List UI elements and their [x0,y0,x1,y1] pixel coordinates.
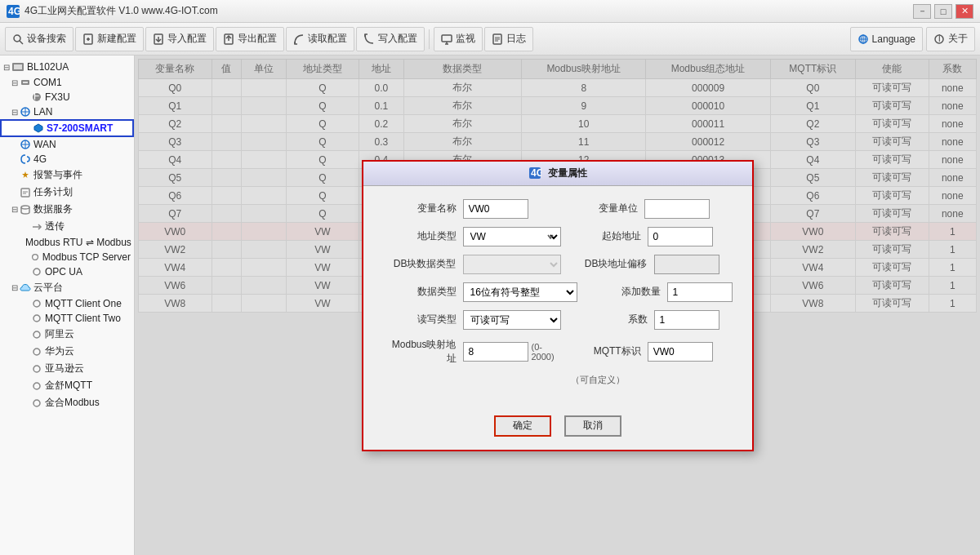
fx3u-icon: FX [31,91,42,103]
sidebar-item-cloud[interactable]: ⊟ 云平台 [0,279,134,296]
modbus-map-label: Modbus映射地址 [383,338,457,366]
tree-arrow: ⊟ [11,283,20,292]
export-config-label: 导出配置 [238,32,277,46]
sidebar-item-mqtt-one[interactable]: MQTT Client One [0,296,134,311]
sidebar-item-lan[interactable]: ⊟ LAN [0,104,134,119]
mqtt-input[interactable] [648,342,713,362]
sidebar-item-task[interactable]: 任务计划 [0,184,134,201]
maximize-button[interactable]: □ [934,4,952,19]
sidebar-label-com1: COM1 [33,77,62,88]
svg-point-29 [26,82,28,83]
form-row-modbus: Modbus映射地址 (0-2000) MQTT标识 [383,338,733,366]
lan-icon [20,106,31,118]
sidebar-item-4g[interactable]: 4G [0,152,134,166]
s7-icon [33,122,44,134]
sidebar-item-transparent[interactable]: 透传 [0,218,134,235]
form-row-varname: 变量名称 变量单位 [383,199,733,219]
sidebar-label-4g: 4G [33,153,47,165]
modbus-tcp-icon [30,251,40,263]
rwtype-label: 读写类型 [383,313,457,326]
mqtt-label: MQTT标识 [568,344,641,358]
svg-point-49 [33,331,40,338]
sidebar-label-cloud: 云平台 [33,281,63,295]
monitor-button[interactable]: 监视 [434,27,483,51]
sidebar-item-modbus-rtu-tcp[interactable]: Modbus RTU ⇌ Modbus TCP [0,235,134,250]
sidebar-item-modbus-tcp-server[interactable]: Modbus TCP Server [0,250,134,264]
modbus-map-input[interactable] [463,342,528,362]
form-col-datatype: 数据类型 16位有符号整型 布尔 32位整型 浮点型 [383,282,577,302]
sidebar-item-wan[interactable]: WAN [0,137,134,152]
report-icon [20,170,31,181]
log-button[interactable]: 日志 [484,27,533,51]
dbaddroffset-input[interactable] [654,255,719,274]
search-button[interactable]: 设备搜索 [5,27,74,51]
minimize-button[interactable]: － [913,4,931,19]
sidebar-item-report[interactable]: 报警与事件 [0,166,134,184]
dbdatatype-select[interactable] [463,255,561,274]
import-config-button[interactable]: 导入配置 [145,27,214,51]
about-label: 关于 [948,32,968,46]
svg-text:4G: 4G [531,167,541,179]
datatype-select[interactable]: 16位有符号整型 布尔 32位整型 浮点型 [463,282,577,302]
sidebar-label-jinhe: 金合Modbus [45,396,100,410]
sidebar-item-com1[interactable]: ⊟ COM1 [0,75,134,90]
sidebar-item-aliyun[interactable]: 阿里云 [0,326,134,343]
startaddr-input[interactable] [648,227,713,246]
confirm-button[interactable]: 确定 [494,415,551,437]
rwtype-select[interactable]: 可读可写 只读 只写 [463,310,561,330]
export-config-button[interactable]: 导出配置 [216,27,284,51]
wan-icon [20,139,31,150]
close-button[interactable]: ✕ [956,4,973,19]
sidebar-label-task: 任务计划 [33,185,73,199]
sidebar-label-aliyun: 阿里云 [45,327,74,341]
titlebar-left: 4G 4G工业网关配置软件 V1.0 www.4G-IOT.com [7,4,218,18]
svg-point-2 [14,35,20,42]
cloud-icon [20,282,31,294]
import-icon [153,33,164,45]
svg-point-42 [21,206,29,209]
sidebar-item-huawei[interactable]: 华为云 [0,343,134,360]
svg-point-47 [33,300,40,307]
modal-icon: 4G [528,166,541,180]
varname-label: 变量名称 [383,202,457,215]
addcount-input[interactable] [667,282,733,302]
mqtt-one-icon [31,298,42,309]
coeff-input[interactable] [654,310,719,330]
app-icon: 4G [7,4,20,18]
startaddr-label: 起始地址 [568,229,641,243]
form-row-datatype: 数据类型 16位有符号整型 布尔 32位整型 浮点型 添加数量 [383,282,733,302]
svg-point-50 [33,349,40,355]
write-icon [363,33,375,45]
sidebar-item-s7-200smart[interactable]: S7-200SMART [0,119,134,137]
sidebar-item-opc-ua[interactable]: OPC UA [0,264,134,279]
form-col-varname: 变量名称 [383,199,551,219]
tree-arrow: ⊟ [11,78,20,87]
varunit-input[interactable] [644,199,710,219]
sidebar-item-amazon[interactable]: 亚马逊云 [0,360,134,377]
jinhe-icon [31,397,42,409]
toolbar-separator [429,29,430,49]
svg-point-45 [32,255,38,260]
sidebar-item-bl102ua[interactable]: ⊟ BL102UA [0,59,134,75]
new-config-button[interactable]: 新建配置 [75,27,144,51]
opc-ua-icon [31,266,42,278]
svg-point-52 [33,383,40,389]
sidebar-item-jinshu[interactable]: 金舒MQTT [0,377,134,394]
modal-titlebar: 4G 变量属性 [363,162,752,186]
read-config-button[interactable]: 读取配置 [286,27,354,51]
sidebar-item-dataservice[interactable]: ⊟ 数据服务 [0,201,134,218]
svg-text:4G: 4G [8,6,20,17]
about-button[interactable]: i 关于 [926,27,975,51]
sidebar-item-fx3u[interactable]: FX FX3U [0,90,134,104]
svg-point-27 [23,82,24,83]
varname-input[interactable] [463,199,528,219]
sidebar-item-jinhe[interactable]: 金合Modbus [0,394,134,411]
write-config-button[interactable]: 写入配置 [356,27,425,51]
language-button[interactable]: Language [850,27,923,51]
toolbar-right: Language i 关于 [850,27,975,51]
addrtype-select[interactable]: VW Q I M [463,227,561,246]
task-icon [20,187,31,198]
variable-properties-modal: 4G 变量属性 变量名称 变量单位 [362,160,754,451]
cancel-button[interactable]: 取消 [564,415,621,437]
sidebar-item-mqtt-two[interactable]: MQTT Client Two [0,311,134,326]
